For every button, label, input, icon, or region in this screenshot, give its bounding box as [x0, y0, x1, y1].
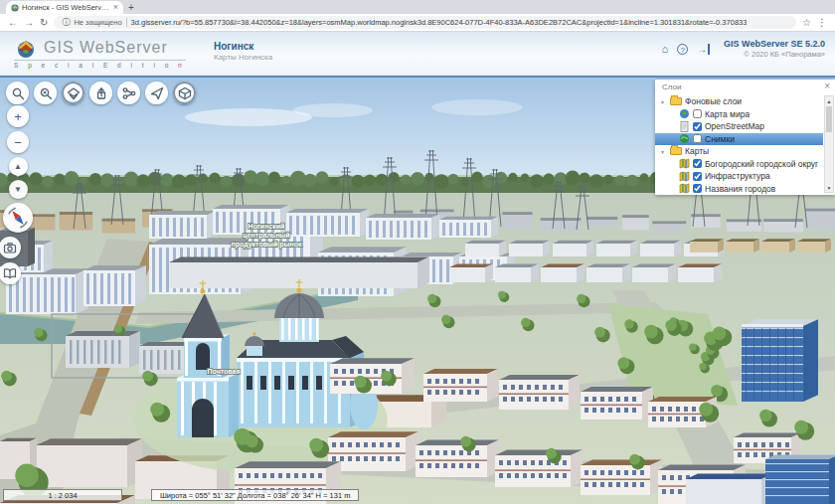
tilt-down-button[interactable]: ▼ — [9, 180, 28, 199]
map-layer-icon — [679, 158, 690, 169]
area-search-button[interactable] — [34, 82, 57, 104]
layers-scrollbar[interactable]: ▲ ▼ — [824, 95, 834, 193]
map-label-market: центральный — [243, 232, 289, 240]
tree-toggle-icon[interactable]: ▾ — [661, 98, 667, 105]
fly-to-button[interactable] — [145, 82, 168, 104]
zoom-in-button[interactable]: + — [7, 105, 29, 127]
layer-group-maps[interactable]: ▾ Карты — [655, 145, 823, 158]
layer-item-world-map[interactable]: Карта мира — [655, 108, 823, 121]
login-icon[interactable]: → — [697, 44, 710, 55]
security-label: Не защищено — [74, 18, 121, 27]
copyright-text: © 2020 КБ «Панорама» — [724, 50, 825, 59]
tab-title: Ногинск - GIS WebServer SE 5.2 — [22, 3, 110, 12]
layer-checkbox[interactable] — [693, 172, 702, 181]
tree-toggle-icon[interactable]: ▾ — [661, 148, 667, 155]
stereo-3d-button[interactable] — [62, 82, 84, 104]
layers-panel-close-icon[interactable]: × — [824, 81, 830, 91]
stereo-3d-icon — [67, 86, 81, 100]
app-name: GIS WebServer — [44, 39, 168, 57]
layer-checkbox[interactable] — [693, 159, 702, 168]
layer-item-infrastructure[interactable]: Инфраструктура — [655, 170, 823, 183]
share-button[interactable] — [117, 82, 140, 104]
scrollbar-thumb[interactable] — [826, 106, 832, 132]
reload-icon[interactable]: ↻ — [40, 18, 48, 28]
layer-label: Богородский городской округ — [705, 159, 818, 169]
help-icon[interactable]: ? — [677, 44, 688, 55]
forward-icon[interactable]: → — [24, 18, 34, 28]
layer-label: Карта мира — [705, 109, 750, 119]
layer-item-imagery[interactable]: Снимки — [655, 133, 823, 146]
project-subtitle: Карты Ногинска — [214, 53, 272, 62]
map-label-street: Почтовая — [208, 368, 241, 375]
version-text: GIS WebServer SE 5.2.0 — [724, 39, 825, 49]
layer-group-label: Карты — [685, 146, 709, 156]
project-title-block: Ногинск Карты Ногинска — [214, 41, 272, 62]
app-logo: GIS WebServer S p e c i a l E d i t i o … — [14, 37, 186, 69]
compass-control[interactable] — [3, 203, 33, 233]
browser-tab-bar: Ногинск - GIS WebServer SE 5.2 × + — [0, 0, 835, 14]
version-block: GIS WebServer SE 5.2.0 © 2020 КБ «Панора… — [724, 39, 825, 59]
layers-panel-title: Слои — [662, 83, 681, 91]
layer-checkbox[interactable] — [693, 122, 702, 131]
folder-icon — [670, 147, 682, 155]
layer-checkbox[interactable] — [693, 184, 702, 193]
info-icon[interactable]: ⓘ — [62, 18, 70, 28]
app-edition: S p e c i a l E d i t i o n — [14, 60, 186, 69]
new-tab-button[interactable]: + — [123, 1, 139, 14]
tilt-up-button[interactable]: ▲ — [9, 157, 28, 176]
osm-layer-icon — [679, 121, 690, 132]
area-search-icon — [39, 86, 53, 100]
favicon — [11, 4, 19, 12]
layer-label: Названия городов — [705, 184, 775, 194]
camera-icon — [3, 241, 17, 254]
url-field[interactable]: ⓘ Не защищено 3d.gisserver.ru/?b=55.8577… — [54, 16, 796, 29]
layer-checkbox[interactable] — [693, 109, 702, 118]
imagery-layer-icon — [679, 133, 690, 144]
scale-indicator: 1 : 2 034 — [3, 489, 122, 501]
scroll-up-icon[interactable]: ▲ — [825, 96, 833, 105]
layer-group-label: Фоновые слои — [685, 96, 742, 106]
share-icon — [122, 86, 136, 100]
layers-tree: ▾ Фоновые слои Карта мира OpenStreetMap … — [655, 95, 823, 195]
coordinates-indicator: Широта = 055° 51' 32" Долгота = 038° 26'… — [151, 489, 359, 501]
browser-tab[interactable]: Ногинск - GIS WebServer SE 5.2 × — [6, 1, 123, 14]
map-label-market: Ногинский — [249, 223, 285, 230]
layer-checkbox[interactable] — [693, 134, 702, 143]
back-icon[interactable]: ← — [8, 18, 18, 28]
export-button[interactable] — [89, 82, 112, 104]
layer-item-openstreetmap[interactable]: OpenStreetMap — [655, 120, 823, 133]
search-icon — [11, 86, 25, 100]
url-separator — [126, 18, 127, 27]
bookmark-star-icon[interactable]: ☆ — [802, 18, 811, 28]
home-icon[interactable]: ⌂ — [661, 44, 668, 55]
folder-icon — [670, 97, 682, 105]
browser-menu-icon[interactable]: ⋮ — [817, 18, 827, 28]
url-text: 3d.gisserver.ru/?b=55.857730&l=38.442050… — [131, 18, 748, 27]
tab-close-icon[interactable]: × — [113, 3, 118, 12]
layer-group-background[interactable]: ▾ Фоновые слои — [655, 95, 823, 108]
gis-logo-icon — [14, 37, 38, 59]
map-toolbar-top — [6, 82, 196, 104]
legend-button[interactable] — [0, 262, 21, 284]
export-icon — [94, 86, 108, 100]
map-viewport[interactable]: Ногинский центральный продуктовый рынок … — [0, 78, 835, 504]
3d-view-icon — [178, 86, 192, 100]
map-toolbar-left: + − ▲ ▼ — [3, 105, 33, 284]
layer-item-city-names[interactable]: Названия городов — [655, 183, 823, 196]
world-map-icon — [679, 108, 690, 119]
layer-label: OpenStreetMap — [705, 121, 764, 131]
search-button[interactable] — [6, 82, 29, 104]
map-label-market: продуктовый рынок — [231, 241, 302, 249]
project-title: Ногинск — [214, 41, 272, 52]
zoom-out-button[interactable]: − — [7, 131, 29, 153]
compass-icon — [5, 205, 31, 231]
layer-label: Инфраструктура — [705, 171, 770, 181]
map-layer-icon — [679, 183, 690, 194]
map-layer-icon — [679, 171, 690, 182]
3d-view-button[interactable] — [173, 82, 196, 104]
book-icon — [3, 266, 17, 280]
scroll-down-icon[interactable]: ▼ — [825, 183, 833, 192]
layer-item-district[interactable]: Богородский городской округ — [655, 158, 823, 171]
fly-to-icon — [150, 86, 164, 100]
screenshot-button[interactable] — [0, 237, 21, 258]
